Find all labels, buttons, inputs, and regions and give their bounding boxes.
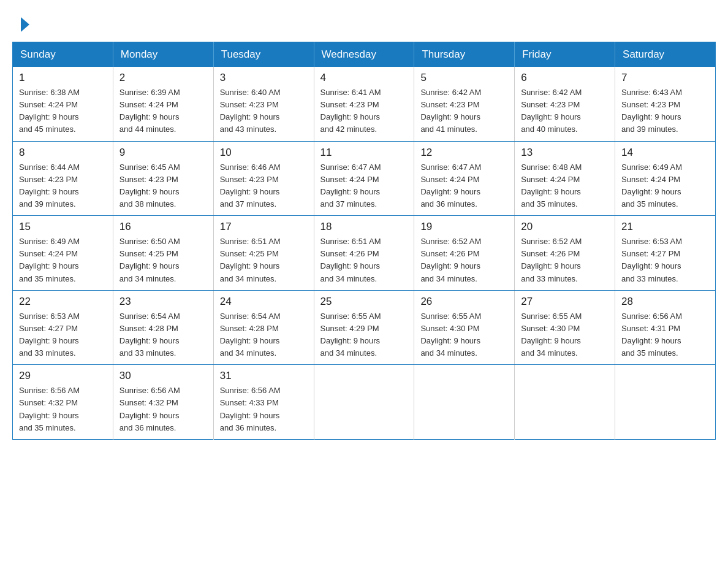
calendar-day-cell: 8 Sunrise: 6:44 AMSunset: 4:23 PMDayligh… (13, 141, 113, 216)
calendar-day-cell: 28 Sunrise: 6:56 AMSunset: 4:31 PMDaylig… (615, 290, 716, 365)
day-number: 3 (220, 72, 308, 84)
day-info: Sunrise: 6:54 AMSunset: 4:28 PMDaylight:… (119, 312, 180, 358)
calendar-day-cell: 9 Sunrise: 6:45 AMSunset: 4:23 PMDayligh… (113, 141, 213, 216)
day-info: Sunrise: 6:47 AMSunset: 4:24 PMDaylight:… (320, 163, 381, 209)
calendar-day-cell: 6 Sunrise: 6:42 AMSunset: 4:23 PMDayligh… (515, 67, 615, 141)
day-number: 16 (119, 221, 207, 233)
calendar-week-row: 22 Sunrise: 6:53 AMSunset: 4:27 PMDaylig… (13, 290, 716, 365)
day-info: Sunrise: 6:52 AMSunset: 4:26 PMDaylight:… (420, 237, 481, 283)
day-info: Sunrise: 6:44 AMSunset: 4:23 PMDaylight:… (19, 163, 80, 209)
day-info: Sunrise: 6:56 AMSunset: 4:32 PMDaylight:… (119, 386, 180, 432)
day-number: 22 (19, 296, 107, 308)
day-number: 6 (521, 72, 609, 84)
day-info: Sunrise: 6:42 AMSunset: 4:23 PMDaylight:… (420, 88, 481, 134)
calendar-day-cell: 18 Sunrise: 6:51 AMSunset: 4:26 PMDaylig… (314, 216, 414, 291)
day-number: 24 (220, 296, 308, 308)
day-number: 18 (320, 221, 408, 233)
logo-arrow-icon (21, 17, 29, 32)
calendar-day-cell: 3 Sunrise: 6:40 AMSunset: 4:23 PMDayligh… (213, 67, 314, 141)
day-number: 25 (320, 296, 408, 308)
calendar-day-cell: 29 Sunrise: 6:56 AMSunset: 4:32 PMDaylig… (13, 365, 113, 440)
day-info: Sunrise: 6:55 AMSunset: 4:29 PMDaylight:… (320, 312, 381, 358)
day-info: Sunrise: 6:39 AMSunset: 4:24 PMDaylight:… (119, 88, 180, 134)
day-number: 15 (19, 221, 107, 233)
day-number: 10 (220, 147, 308, 159)
day-info: Sunrise: 6:47 AMSunset: 4:24 PMDaylight:… (420, 163, 481, 209)
calendar-day-cell: 16 Sunrise: 6:50 AMSunset: 4:25 PMDaylig… (113, 216, 213, 291)
calendar-day-cell: 12 Sunrise: 6:47 AMSunset: 4:24 PMDaylig… (414, 141, 515, 216)
calendar-day-cell: 23 Sunrise: 6:54 AMSunset: 4:28 PMDaylig… (113, 290, 213, 365)
day-number: 19 (420, 221, 508, 233)
day-number: 1 (19, 72, 107, 84)
day-info: Sunrise: 6:43 AMSunset: 4:23 PMDaylight:… (621, 88, 682, 134)
calendar-day-cell (515, 365, 615, 440)
day-info: Sunrise: 6:45 AMSunset: 4:23 PMDaylight:… (119, 163, 180, 209)
calendar-day-cell: 22 Sunrise: 6:53 AMSunset: 4:27 PMDaylig… (13, 290, 113, 365)
day-number: 17 (220, 221, 308, 233)
calendar-header-row: SundayMondayTuesdayWednesdayThursdayFrid… (13, 42, 716, 67)
day-info: Sunrise: 6:53 AMSunset: 4:27 PMDaylight:… (621, 237, 682, 283)
day-number: 5 (420, 72, 508, 84)
calendar-week-row: 1 Sunrise: 6:38 AMSunset: 4:24 PMDayligh… (13, 67, 716, 141)
day-of-week-header: Friday (515, 42, 615, 67)
calendar-day-cell: 10 Sunrise: 6:46 AMSunset: 4:23 PMDaylig… (213, 141, 314, 216)
day-number: 20 (521, 221, 609, 233)
day-number: 26 (420, 296, 508, 308)
calendar-day-cell: 31 Sunrise: 6:56 AMSunset: 4:33 PMDaylig… (213, 365, 314, 440)
day-of-week-header: Sunday (13, 42, 113, 67)
day-of-week-header: Thursday (414, 42, 515, 67)
day-info: Sunrise: 6:49 AMSunset: 4:24 PMDaylight:… (19, 237, 80, 283)
calendar-day-cell: 20 Sunrise: 6:52 AMSunset: 4:26 PMDaylig… (515, 216, 615, 291)
day-number: 27 (521, 296, 609, 308)
day-number: 23 (119, 296, 207, 308)
calendar-week-row: 8 Sunrise: 6:44 AMSunset: 4:23 PMDayligh… (13, 141, 716, 216)
day-of-week-header: Wednesday (314, 42, 414, 67)
day-info: Sunrise: 6:54 AMSunset: 4:28 PMDaylight:… (220, 312, 281, 358)
day-info: Sunrise: 6:51 AMSunset: 4:26 PMDaylight:… (320, 237, 381, 283)
day-info: Sunrise: 6:51 AMSunset: 4:25 PMDaylight:… (220, 237, 281, 283)
calendar-day-cell: 2 Sunrise: 6:39 AMSunset: 4:24 PMDayligh… (113, 67, 213, 141)
day-number: 28 (621, 296, 709, 308)
day-info: Sunrise: 6:41 AMSunset: 4:23 PMDaylight:… (320, 88, 381, 134)
calendar-day-cell: 17 Sunrise: 6:51 AMSunset: 4:25 PMDaylig… (213, 216, 314, 291)
day-number: 2 (119, 72, 207, 84)
calendar-day-cell: 13 Sunrise: 6:48 AMSunset: 4:24 PMDaylig… (515, 141, 615, 216)
day-info: Sunrise: 6:52 AMSunset: 4:26 PMDaylight:… (521, 237, 582, 283)
calendar-day-cell (314, 365, 414, 440)
day-info: Sunrise: 6:56 AMSunset: 4:32 PMDaylight:… (19, 386, 80, 432)
day-info: Sunrise: 6:50 AMSunset: 4:25 PMDaylight:… (119, 237, 180, 283)
day-info: Sunrise: 6:48 AMSunset: 4:24 PMDaylight:… (521, 163, 582, 209)
day-info: Sunrise: 6:42 AMSunset: 4:23 PMDaylight:… (521, 88, 582, 134)
day-number: 12 (420, 147, 508, 159)
calendar-day-cell: 15 Sunrise: 6:49 AMSunset: 4:24 PMDaylig… (13, 216, 113, 291)
calendar-day-cell: 24 Sunrise: 6:54 AMSunset: 4:28 PMDaylig… (213, 290, 314, 365)
day-number: 14 (621, 147, 709, 159)
day-number: 29 (19, 370, 107, 382)
day-number: 21 (621, 221, 709, 233)
page-header (12, 12, 716, 36)
day-info: Sunrise: 6:55 AMSunset: 4:30 PMDaylight:… (521, 312, 582, 358)
calendar-day-cell: 4 Sunrise: 6:41 AMSunset: 4:23 PMDayligh… (314, 67, 414, 141)
calendar-day-cell: 19 Sunrise: 6:52 AMSunset: 4:26 PMDaylig… (414, 216, 515, 291)
calendar-week-row: 29 Sunrise: 6:56 AMSunset: 4:32 PMDaylig… (13, 365, 716, 440)
day-info: Sunrise: 6:40 AMSunset: 4:23 PMDaylight:… (220, 88, 281, 134)
day-number: 7 (621, 72, 709, 84)
calendar-day-cell (414, 365, 515, 440)
day-number: 11 (320, 147, 408, 159)
calendar-day-cell: 11 Sunrise: 6:47 AMSunset: 4:24 PMDaylig… (314, 141, 414, 216)
calendar-day-cell (615, 365, 716, 440)
day-number: 9 (119, 147, 207, 159)
day-info: Sunrise: 6:49 AMSunset: 4:24 PMDaylight:… (621, 163, 682, 209)
day-info: Sunrise: 6:56 AMSunset: 4:33 PMDaylight:… (220, 386, 281, 432)
calendar-day-cell: 30 Sunrise: 6:56 AMSunset: 4:32 PMDaylig… (113, 365, 213, 440)
calendar-day-cell: 21 Sunrise: 6:53 AMSunset: 4:27 PMDaylig… (615, 216, 716, 291)
day-info: Sunrise: 6:46 AMSunset: 4:23 PMDaylight:… (220, 163, 281, 209)
logo (18, 18, 29, 29)
day-number: 4 (320, 72, 408, 84)
calendar-day-cell: 1 Sunrise: 6:38 AMSunset: 4:24 PMDayligh… (13, 67, 113, 141)
day-info: Sunrise: 6:53 AMSunset: 4:27 PMDaylight:… (19, 312, 80, 358)
day-info: Sunrise: 6:38 AMSunset: 4:24 PMDaylight:… (19, 88, 80, 134)
day-number: 8 (19, 147, 107, 159)
day-info: Sunrise: 6:55 AMSunset: 4:30 PMDaylight:… (420, 312, 481, 358)
calendar-day-cell: 5 Sunrise: 6:42 AMSunset: 4:23 PMDayligh… (414, 67, 515, 141)
